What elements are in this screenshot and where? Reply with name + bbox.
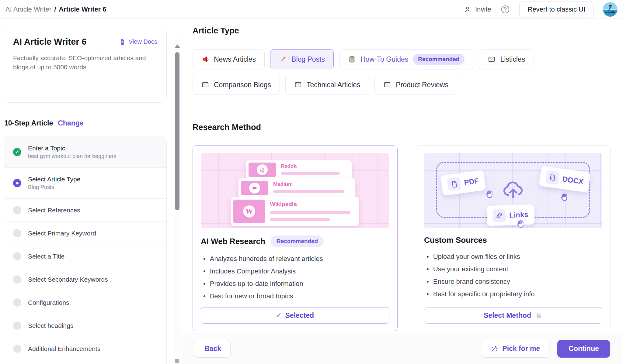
- selected-label: Selected: [285, 311, 314, 320]
- pick-for-me-label: Pick for me: [502, 345, 540, 353]
- back-button[interactable]: Back: [195, 340, 231, 358]
- article-type-listicles[interactable]: Listicles: [479, 49, 534, 69]
- step-label: Configurations: [28, 299, 69, 306]
- scrollbar-thumb[interactable]: [175, 52, 179, 210]
- links-label: Links: [509, 210, 529, 219]
- source-title: Wikipedia: [270, 201, 356, 208]
- select-method-button[interactable]: Select Method: [424, 307, 602, 324]
- invite-button[interactable]: Invite: [464, 5, 491, 13]
- article-type-product-reviews[interactable]: Product Reviews: [374, 75, 457, 95]
- help-button[interactable]: [500, 5, 510, 14]
- step-enter-a-topic[interactable]: ✓ Enter a Topic best gym workout plan fo…: [4, 136, 166, 167]
- lock-icon: [535, 311, 543, 319]
- view-docs-link[interactable]: View Docs: [119, 38, 157, 46]
- continue-button[interactable]: Continue: [557, 340, 610, 358]
- writer-title: AI Article Writer 6: [13, 37, 87, 47]
- change-plan-link[interactable]: Change: [58, 119, 83, 127]
- step-pending-icon: [13, 321, 21, 330]
- step-select-primary-keyword[interactable]: Select Primary Keyword: [4, 221, 166, 245]
- article-type-label: How-To Guides: [360, 55, 408, 64]
- step-select-a-title[interactable]: Select a Title: [4, 245, 166, 268]
- custom-sources-bullets: Upload your own files or links Use your …: [424, 250, 602, 300]
- step-select-headings[interactable]: Select headings: [4, 314, 166, 337]
- step-sublabel: Blog Posts: [28, 184, 80, 191]
- step-active-icon: [13, 179, 21, 187]
- step-select-references[interactable]: Select References: [4, 198, 166, 221]
- recommended-badge: Recommended: [413, 54, 465, 65]
- placeholder-bar: [273, 190, 344, 193]
- step-configurations[interactable]: Configurations: [4, 291, 166, 314]
- web-research-title: AI Web Research: [201, 237, 265, 246]
- step-label: Select Article Type: [28, 176, 80, 183]
- source-card-reddit: Reddit: [246, 160, 352, 180]
- envelope-icon: [201, 81, 209, 89]
- bullet-item: Use your existing content: [426, 263, 602, 275]
- grab-hand-icon: [515, 218, 526, 228]
- check-icon: ✓: [276, 312, 282, 319]
- docx-file-icon: [545, 170, 559, 185]
- clipboard-icon: [348, 55, 356, 63]
- article-type-news-articles[interactable]: News Articles: [193, 49, 265, 69]
- article-type-how-to-guides[interactable]: How-To Guides Recommended: [339, 49, 473, 69]
- article-type-technical-articles[interactable]: Technical Articles: [285, 75, 369, 95]
- megaphone-icon: [201, 55, 209, 63]
- step-select-article-type[interactable]: Select Article Type Blog Posts: [4, 167, 166, 198]
- pick-for-me-button[interactable]: Pick for me: [481, 340, 549, 358]
- cloud-upload-icon: [501, 178, 525, 201]
- envelope-icon: [294, 81, 302, 89]
- bullet-item: Upload your own files or links: [426, 250, 602, 263]
- document-icon: [119, 38, 126, 46]
- envelope-icon: [383, 81, 391, 89]
- web-research-bullets: Analyzes hundreds of relevant articles I…: [201, 252, 389, 302]
- step-label: Select Secondary Keywords: [28, 276, 108, 283]
- invite-label: Invite: [475, 5, 491, 13]
- step-pending-icon: [13, 345, 21, 353]
- bullet-item: Best for specific or proprietary info: [426, 288, 602, 300]
- step-label: Select a Title: [28, 253, 64, 260]
- step-pending-icon: [13, 206, 21, 214]
- view-docs-label: View Docs: [129, 38, 157, 45]
- custom-sources-title: Custom Sources: [424, 235, 487, 245]
- breadcrumb-separator: /: [54, 5, 56, 13]
- steps-list: ✓ Enter a Topic best gym workout plan fo…: [4, 136, 167, 364]
- breadcrumb-current: Article Writer 6: [59, 5, 106, 13]
- app-window: AI Article Writer / Article Writer 6 Inv…: [0, 0, 623, 364]
- step-partial-row: [4, 360, 166, 364]
- article-type-blog-posts[interactable]: Blog Posts: [270, 49, 334, 69]
- link-icon: [492, 209, 506, 222]
- step-select-secondary-keywords[interactable]: Select Secondary Keywords: [4, 268, 166, 291]
- sidebar-scrollbar[interactable]: [174, 38, 181, 364]
- user-avatar[interactable]: [603, 2, 618, 17]
- source-title: Reddit: [281, 163, 348, 169]
- scroll-down-handle[interactable]: [175, 359, 179, 363]
- scroll-up-arrow-icon[interactable]: [175, 44, 180, 48]
- grab-hand-icon: [559, 192, 569, 203]
- step-additional-enhancements[interactable]: Additional Enhancements: [4, 337, 166, 360]
- article-type-comparison-blogs[interactable]: Comparison Blogs: [193, 75, 280, 95]
- revert-to-classic-ui-button[interactable]: Revert to classic UI: [519, 2, 594, 17]
- writer-info-card: AI Article Writer 6 View Docs Factually …: [4, 27, 167, 103]
- article-type-heading: Article Type: [193, 26, 239, 36]
- avatar-image: [603, 2, 618, 17]
- bullet-item: Provides up-to-date information: [203, 277, 389, 290]
- article-type-label: Product Reviews: [396, 81, 448, 89]
- pdf-file-icon: [447, 177, 461, 191]
- main-content: Article Type News Articles: [182, 19, 623, 333]
- custom-sources-card[interactable]: PDF DOCX: [416, 145, 611, 331]
- article-type-label: News Articles: [214, 55, 256, 64]
- breadcrumb-parent[interactable]: AI Article Writer: [5, 5, 51, 13]
- step-label: Select Primary Keyword: [28, 230, 96, 237]
- step-pending-icon: [13, 229, 21, 237]
- writer-description: Factually accurate, SEO-optimized articl…: [13, 53, 150, 72]
- step-sublabel: best gym workout plan for begginers: [28, 153, 116, 160]
- back-label: Back: [204, 345, 221, 353]
- ai-web-research-card[interactable]: Reddit Medium: [193, 145, 398, 331]
- selected-method-button[interactable]: ✓ Selected: [201, 307, 389, 324]
- bullet-item: Includes Competitor Analysis: [203, 265, 389, 277]
- envelope-icon: [488, 55, 496, 63]
- step-label: Select References: [28, 207, 80, 214]
- step-label: Enter a Topic: [28, 145, 116, 152]
- wikipedia-icon: W: [243, 205, 255, 218]
- step-pending-icon: [13, 298, 21, 307]
- magic-wand-icon: [490, 345, 498, 353]
